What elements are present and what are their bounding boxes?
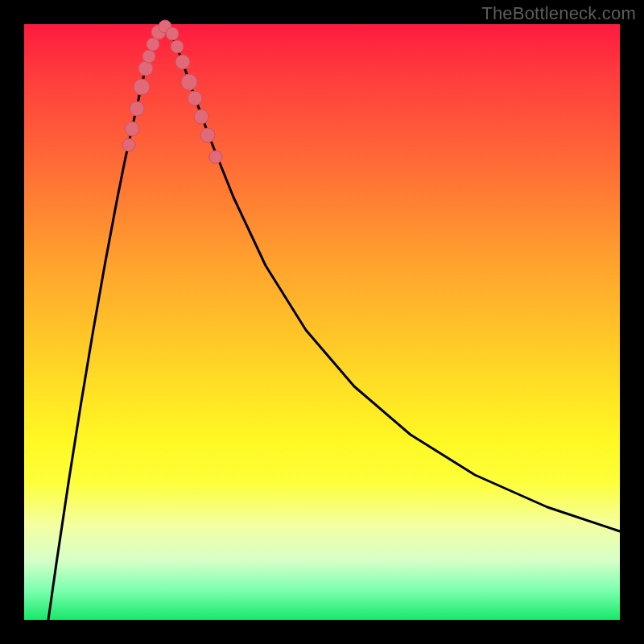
data-marker [175, 55, 190, 69]
data-marker [134, 79, 150, 95]
data-marker [122, 138, 135, 151]
data-marker [188, 91, 202, 105]
data-marker [194, 109, 208, 124]
data-marker [181, 74, 197, 90]
watermark-text: TheBottleneck.com [481, 3, 636, 24]
plot-area [24, 24, 620, 620]
data-marker [200, 128, 215, 142]
chart-frame: TheBottleneck.com [0, 0, 644, 644]
data-marker [171, 40, 184, 53]
data-marker [130, 101, 144, 116]
data-marker [125, 122, 139, 136]
data-marker [147, 38, 159, 51]
data-marker [138, 61, 153, 76]
chart-svg [24, 24, 620, 620]
data-marker [209, 151, 222, 163]
data-marker [166, 27, 179, 40]
data-markers [122, 20, 222, 163]
data-marker [142, 50, 155, 63]
